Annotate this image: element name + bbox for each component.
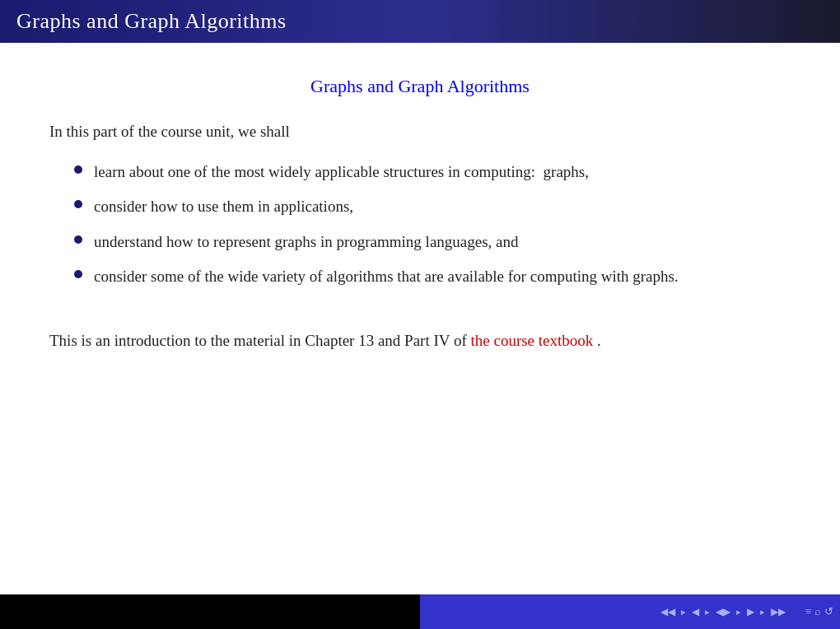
bullet-dot	[74, 200, 82, 208]
list-item: consider how to use them in applications…	[74, 195, 791, 219]
nav-first-button[interactable]: ◀◀	[659, 606, 677, 618]
bullet-text-4: consider some of the wide variety of alg…	[94, 265, 791, 289]
list-item: learn about one of the most widely appli…	[74, 161, 791, 184]
footer-bar: ◀◀ ▸ ◀ ▸ ◀▶ ▸ ▶ ▸ ▶▶ ≡ ⌕ ↺	[0, 594, 840, 629]
conclusion-prefix: This is an introduction to the material …	[49, 332, 471, 349]
nav-separator-1: ▸	[680, 607, 687, 617]
intro-text: In this part of the course unit, we shal…	[49, 120, 791, 144]
bullet-text-1: learn about one of the most widely appli…	[94, 161, 791, 184]
bullet-dot	[74, 270, 82, 278]
footer-left	[0, 594, 420, 629]
header-bar: Graphs and Graph Algorithms	[0, 0, 840, 43]
nav-separator-3: ▸	[735, 607, 742, 617]
footer-right: ◀◀ ▸ ◀ ▸ ◀▶ ▸ ▶ ▸ ▶▶ ≡ ⌕ ↺	[420, 594, 840, 629]
nav-refresh-icon[interactable]: ↺	[824, 605, 833, 618]
content-area: Graphs and Graph Algorithms In this part…	[0, 43, 840, 594]
bullet-text-3: understand how to represent graphs in pr…	[94, 231, 791, 254]
nav-next-button[interactable]: ▶	[745, 606, 756, 618]
nav-zoom-icon[interactable]: ⌕	[814, 605, 821, 618]
nav-controls: ◀◀ ▸ ◀ ▸ ◀▶ ▸ ▶ ▸ ▶▶ ≡ ⌕ ↺	[659, 604, 833, 619]
nav-prev-button[interactable]: ◀	[690, 606, 701, 618]
bullet-list: learn about one of the most widely appli…	[49, 161, 791, 301]
bullet-dot	[74, 235, 82, 244]
nav-section-button[interactable]: ◀▶	[714, 606, 732, 618]
conclusion-highlight: the course textbook	[471, 332, 594, 349]
nav-separator-2: ▸	[704, 607, 711, 617]
list-item: consider some of the wide variety of alg…	[74, 265, 791, 289]
bullet-text-2: consider how to use them in applications…	[94, 195, 791, 219]
list-item: understand how to represent graphs in pr…	[74, 231, 791, 254]
nav-spacer	[799, 604, 802, 619]
conclusion-text: This is an introduction to the material …	[49, 328, 791, 353]
conclusion-suffix: .	[593, 332, 601, 349]
slide-container: Graphs and Graph Algorithms Graphs and G…	[0, 0, 840, 629]
nav-menu-icon[interactable]: ≡	[805, 605, 811, 618]
nav-last-button[interactable]: ▶▶	[769, 606, 787, 618]
bullet-dot	[74, 165, 82, 174]
header-title: Graphs and Graph Algorithms	[16, 9, 287, 34]
nav-separator-4: ▸	[759, 607, 766, 617]
slide-subtitle: Graphs and Graph Algorithms	[49, 76, 791, 97]
